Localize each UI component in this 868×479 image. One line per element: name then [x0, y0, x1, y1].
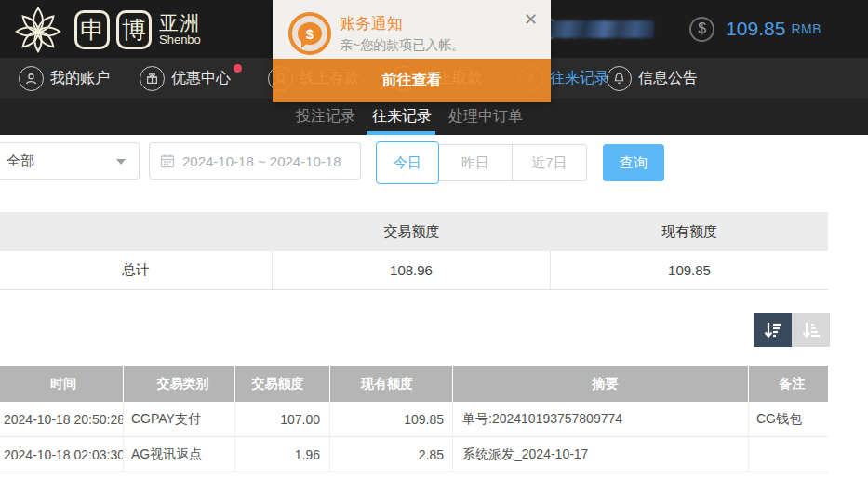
summary-total-balance: 109.85	[551, 251, 828, 289]
yesterday-button[interactable]: 昨日	[439, 144, 513, 181]
tab-bet-records[interactable]: 投注记录	[296, 99, 355, 135]
summary-header-row: 交易额度 现有额度	[0, 212, 828, 251]
transactions-table: 时间 交易类别 交易额度 现有额度 摘要 备注 2024-10-18 20:50…	[0, 366, 828, 472]
bell-icon	[607, 66, 632, 91]
last-7-days-button[interactable]: 近7日	[513, 144, 587, 181]
col-time: 时间	[0, 366, 124, 402]
record-tabs: 投注记录 往来记录 处理中订单	[0, 99, 868, 135]
nav-promotions[interactable]: 优惠中心	[140, 58, 231, 99]
page: 申 博 亚洲 Shenbo $ 109.85 RMB	[0, 0, 868, 479]
cell-summary: 单号:202410193757809774	[453, 402, 749, 436]
summary-header-balance: 现有额度	[551, 212, 828, 251]
summary-total-trade: 108.96	[273, 251, 551, 289]
account-balance: 109.85	[726, 18, 785, 40]
col-summary: 摘要	[453, 366, 749, 402]
popup-body: $ 账务通知 亲~您的款项已入帐。 ✕	[273, 0, 551, 59]
close-icon[interactable]: ✕	[524, 9, 538, 30]
popup-message: 亲~您的款项已入帐。	[340, 37, 464, 54]
nav-label: 信息公告	[638, 69, 698, 88]
cell-time: 2024-10-18 20:50:28	[0, 402, 124, 436]
brand-char-2: 博	[116, 10, 152, 49]
username-censored	[550, 20, 654, 38]
tab-transaction-records[interactable]: 往来记录	[372, 99, 432, 135]
dollar-glyph: $	[698, 20, 706, 37]
table-header-row: 时间 交易类别 交易额度 现有额度 摘要 备注	[0, 366, 828, 402]
money-message-icon: $	[288, 12, 331, 55]
col-type: 交易类别	[124, 366, 235, 402]
cell-amount: 1.96	[235, 437, 330, 472]
nav-my-account[interactable]: 我的账户	[19, 58, 110, 99]
sort-ascending-button[interactable]	[792, 313, 830, 347]
chevron-down-icon	[116, 159, 126, 165]
tab-label: 往来记录	[372, 107, 432, 126]
sort-controls	[754, 313, 830, 347]
cell-type: CGPAY支付	[124, 402, 235, 436]
category-dropdown[interactable]: 全部	[0, 142, 140, 180]
cell-note: CG钱包	[749, 402, 828, 436]
col-note: 备注	[749, 366, 828, 402]
summary-header-empty	[0, 212, 273, 251]
cell-summary: 系统派发_2024-10-17	[453, 437, 749, 472]
nav-label: 我的账户	[50, 69, 110, 88]
table-row: 2024-10-18 20:50:28 CGPAY支付 107.00 109.8…	[0, 402, 828, 437]
account-notification-popup: $ 账务通知 亲~您的款项已入帐。 ✕ 前往查看	[273, 0, 551, 102]
popup-title: 账务通知	[340, 13, 403, 34]
cell-time: 2024-10-18 02:03:30	[0, 437, 124, 472]
brand-name-boxes: 申 博	[74, 10, 152, 49]
cell-amount: 107.00	[235, 402, 330, 436]
tab-label: 投注记录	[296, 107, 355, 126]
sort-descending-button[interactable]	[754, 313, 792, 347]
quick-date-buttons: 今日 昨日 近7日	[376, 144, 587, 181]
summary-total-row: 总计 108.96 109.85	[0, 251, 828, 290]
search-button[interactable]: 查询	[603, 144, 664, 181]
gift-icon	[140, 66, 165, 91]
dollar-glyph: $	[306, 26, 314, 42]
summary-table: 交易额度 现有额度 总计 108.96 109.85	[0, 212, 828, 290]
sort-descending-icon	[762, 319, 784, 341]
date-range-input[interactable]: 2024-10-18 ~ 2024-10-18	[149, 142, 361, 180]
calendar-icon	[160, 153, 175, 168]
currency-label: RMB	[791, 21, 821, 36]
col-balance: 现有额度	[330, 366, 453, 402]
category-selected-value: 全部	[7, 153, 34, 170]
brand-logo[interactable]: 申 博 亚洲 Shenbo	[11, 3, 201, 57]
table-row: 2024-10-18 02:03:30 AG视讯返点 1.96 2.85 系统派…	[0, 437, 828, 472]
brand-region: 亚洲	[159, 13, 201, 33]
wallet-coin-icon: $	[689, 17, 714, 42]
summary-total-label: 总计	[0, 251, 273, 289]
summary-header-trade: 交易额度	[273, 212, 551, 251]
notification-dot	[234, 64, 242, 73]
cell-note	[749, 437, 828, 472]
go-view-button[interactable]: 前往查看	[273, 59, 551, 102]
brand-char-1: 申	[74, 10, 110, 49]
cell-type: AG视讯返点	[124, 437, 235, 472]
nav-announcements[interactable]: 信息公告	[607, 58, 698, 99]
nav-label: 优惠中心	[171, 69, 231, 88]
lotus-flower-icon	[11, 3, 65, 57]
tab-label: 处理中订单	[448, 107, 523, 126]
col-amount: 交易额度	[235, 366, 330, 402]
cell-balance: 109.85	[330, 402, 453, 436]
tab-pending-orders[interactable]: 处理中订单	[448, 99, 523, 135]
today-button[interactable]: 今日	[376, 141, 439, 184]
brand-subtitle: Shenbo	[159, 33, 201, 47]
filter-bar: 全部 2024-10-18 ~ 2024-10-18 今日 昨日 近7日 查询	[0, 135, 868, 191]
nav-label: 往来记录	[550, 69, 609, 88]
cell-balance: 2.85	[330, 437, 453, 472]
date-range-value: 2024-10-18 ~ 2024-10-18	[182, 153, 341, 169]
sort-ascending-icon	[800, 319, 822, 341]
person-icon	[19, 66, 44, 91]
